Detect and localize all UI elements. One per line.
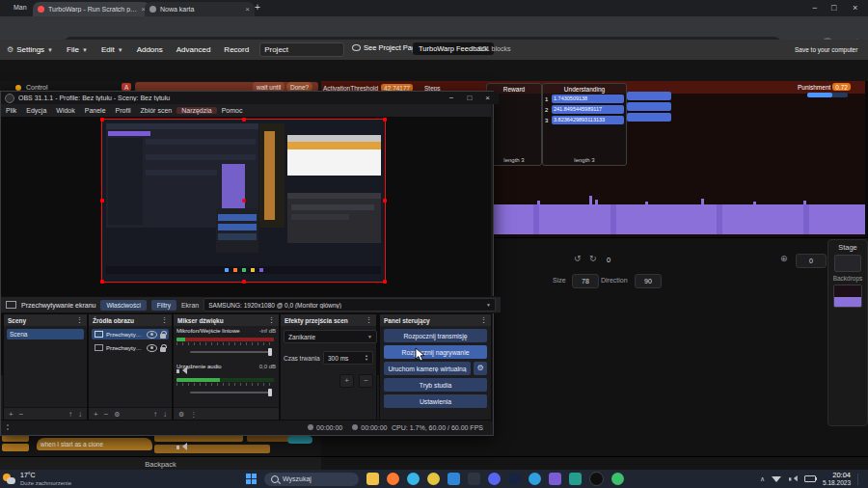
dock-menu-icon[interactable]: ⋮ <box>268 316 275 324</box>
taskbar-app-chrome[interactable] <box>427 473 440 485</box>
selection-center-handle[interactable] <box>242 199 246 203</box>
eye-icon[interactable] <box>147 344 157 352</box>
stage-selector-panel[interactable]: Stage Backdrops <box>827 239 868 426</box>
window-maximize-icon[interactable]: □ <box>831 3 836 13</box>
menu-record[interactable]: Record <box>217 45 256 54</box>
virtual-camera-button[interactable]: Uruchom kamerę wirtualną <box>384 362 471 375</box>
down-icon[interactable]: ↓ <box>163 410 167 419</box>
menu-edit[interactable]: Edit▼ <box>95 45 130 54</box>
taskbar-app-vscode[interactable] <box>448 473 460 485</box>
taskbar-search[interactable]: Wyszukaj <box>264 473 359 486</box>
taskbar-app-teal[interactable] <box>569 473 582 485</box>
gear-icon[interactable]: ⚙ <box>178 411 184 419</box>
studio-mode-button[interactable]: Tryb studia <box>384 378 487 392</box>
menu-file[interactable]: File▼ <box>60 45 95 54</box>
eye-icon[interactable] <box>147 331 157 339</box>
taskbar-app-telegram[interactable] <box>529 473 541 485</box>
lock-icon[interactable] <box>160 347 166 352</box>
direction-input[interactable] <box>635 274 662 288</box>
properties-button[interactable]: Właściwości <box>100 300 146 311</box>
selection-handle[interactable] <box>100 118 104 122</box>
taskbar-app-file-explorer[interactable] <box>366 473 379 485</box>
script-block[interactable] <box>287 436 312 444</box>
monitor-slider[interactable] <box>807 93 848 97</box>
mic-volume-slider[interactable] <box>190 351 272 353</box>
script-block[interactable] <box>2 444 29 451</box>
dock-menu-icon[interactable]: ⋮ <box>161 316 168 324</box>
backpack-bar[interactable]: Backpack <box>0 456 321 471</box>
source-item[interactable]: Przechwytywan... <box>92 329 169 339</box>
browser-tab-new[interactable]: Nowa karta × <box>145 2 255 16</box>
taskbar-app-purple[interactable] <box>549 473 561 485</box>
browser-tab-turbowarp[interactable]: TurboWarp - Run Scratch proj... × <box>33 2 150 16</box>
audio-volume-slider[interactable] <box>190 392 272 393</box>
redo-icon[interactable]: ↻ <box>589 254 597 263</box>
taskbar-app-discord[interactable] <box>488 473 501 485</box>
start-streaming-button[interactable]: Rozpocznij transmisję <box>384 329 487 342</box>
crosshair-icon[interactable]: ⊕ <box>780 254 788 263</box>
speaker-icon[interactable] <box>176 443 186 451</box>
new-tab-button[interactable]: + <box>255 2 260 13</box>
selection-handle[interactable] <box>242 280 246 284</box>
selection-handle[interactable] <box>383 118 387 122</box>
dock-menu-icon[interactable]: ⋮ <box>76 316 83 324</box>
filters-button[interactable]: Filtry <box>151 300 176 311</box>
scenes-dock-header[interactable]: Sceny ⋮ <box>4 314 87 326</box>
obs-menu-plik[interactable]: Plik <box>1 107 21 114</box>
wifi-icon[interactable] <box>772 476 781 482</box>
down-icon[interactable]: ↓ <box>78 410 82 419</box>
lock-icon[interactable] <box>160 334 166 339</box>
selection-handle[interactable] <box>383 280 387 284</box>
coordinate-input[interactable] <box>796 254 827 268</box>
obs-close-icon[interactable]: × <box>480 94 495 102</box>
plus-icon[interactable]: + <box>9 410 14 419</box>
size-input[interactable] <box>572 274 599 288</box>
taskbar-app-steam[interactable] <box>508 473 521 485</box>
transitions-dock-header[interactable]: Efekty przejścia scen ⋮ <box>281 314 376 326</box>
controls-dock-header[interactable]: Panel sterujący ⋮ <box>380 314 491 326</box>
source-item[interactable]: Przechwytywan... <box>92 342 169 353</box>
gear-icon[interactable]: ⚙ <box>114 411 120 419</box>
slider-handle[interactable] <box>268 348 272 356</box>
selection-handle[interactable] <box>242 118 246 122</box>
tray-chevron-icon[interactable]: ∧ <box>760 475 765 483</box>
backdrop-thumbnail[interactable] <box>833 285 862 308</box>
taskbar-app-edge[interactable] <box>407 473 420 485</box>
selection-handle[interactable] <box>100 199 104 203</box>
hat-block-when-i-start-as-clone[interactable]: when I start as a clone <box>37 438 152 450</box>
show-desktop-button[interactable] <box>857 474 862 485</box>
taskbar-app-firefox[interactable] <box>387 473 399 485</box>
obs-menu-panele[interactable]: Panele <box>80 107 111 114</box>
menu-settings[interactable]: ⚙ Settings▼ <box>0 45 60 54</box>
script-block[interactable] <box>154 445 270 453</box>
volume-icon[interactable] <box>789 475 797 482</box>
battery-icon[interactable] <box>804 475 816 482</box>
screen-select[interactable]: SAMSUNG: 1920x1080 @ 0,0 (Monitor główny… <box>203 298 496 312</box>
plus-icon[interactable]: + <box>94 410 98 419</box>
obs-maximize-icon[interactable]: □ <box>462 94 476 102</box>
taskbar-app-terminal[interactable] <box>468 473 480 485</box>
clock[interactable]: 20:04 5.18.2023 <box>823 472 851 487</box>
stage-thumbnail[interactable] <box>834 255 861 272</box>
project-title-input[interactable] <box>259 42 344 57</box>
obs-menu-zbior-scen[interactable]: Zbiór scen <box>136 107 177 114</box>
up-icon[interactable]: ↑ <box>68 410 72 419</box>
minus-icon[interactable]: − <box>104 410 109 419</box>
duration-spinbox[interactable]: 300 ms ▲ ▼ <box>323 351 373 365</box>
obs-minimize-icon[interactable]: − <box>445 94 459 102</box>
sources-dock-header[interactable]: Źródła obrazu ⋮ <box>89 314 172 326</box>
minus-icon[interactable]: − <box>19 410 24 419</box>
slider-handle[interactable] <box>268 389 272 396</box>
window-close-icon[interactable]: × <box>853 3 857 13</box>
taskbar-app-green[interactable] <box>611 473 624 485</box>
selection-handle[interactable] <box>383 199 387 203</box>
monitor-punishment[interactable]: Punishment 0.72 <box>798 83 851 91</box>
window-menu-label[interactable]: Man <box>14 4 27 11</box>
list-monitor-understanding[interactable]: Understanding 1 1.7430509138 2 241.84954… <box>542 83 627 166</box>
obs-menu-narzedzia[interactable]: Narzędzia <box>176 107 217 114</box>
undo-icon[interactable]: ↺ <box>574 254 582 263</box>
obs-window[interactable]: OBS 31.1.1 - Profile: Bez tytułu - Sceny… <box>0 91 494 436</box>
transition-select[interactable]: Zanikanie ▼ <box>284 330 377 343</box>
tab-close-icon[interactable]: × <box>245 5 250 14</box>
obs-titlebar[interactable]: OBS 31.1.1 - Profile: Bez tytułu - Sceny… <box>1 92 499 104</box>
